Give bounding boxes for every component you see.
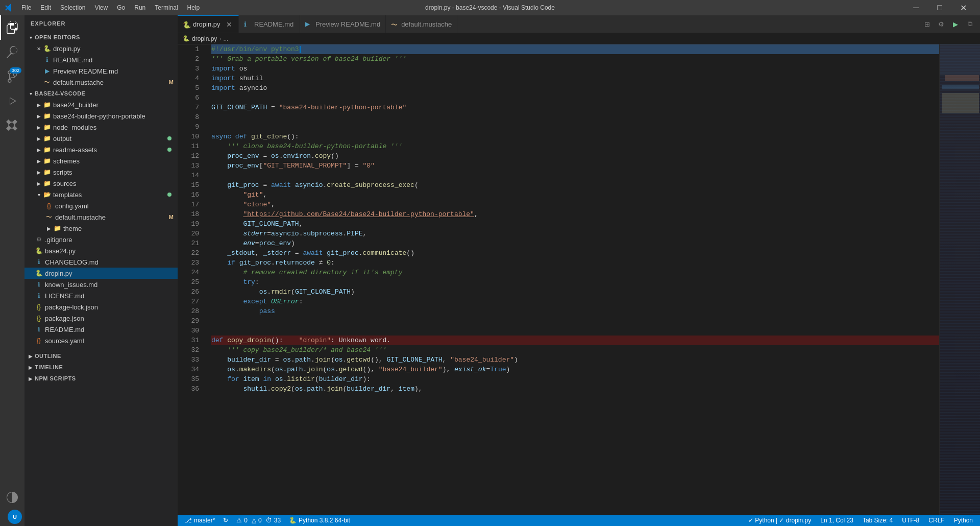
menu-run[interactable]: Run <box>130 3 150 12</box>
menu-go[interactable]: Go <box>113 3 129 12</box>
code-line-32: ''' copy base24_builder/* and base24 ''' <box>211 345 939 355</box>
git-branch-status[interactable]: ⎇ master* <box>183 517 217 524</box>
line-col-status[interactable]: Ln 1, Col 23 <box>818 517 855 524</box>
mustache2-badge: M <box>169 214 174 220</box>
open-editor-dropin[interactable]: ✕ 🐍 dropin.py <box>24 43 178 54</box>
file-readme-label: README.md <box>45 326 178 333</box>
folder-output[interactable]: ▶ 📁 output <box>24 133 178 144</box>
activity-avatar[interactable]: U <box>8 510 22 524</box>
file-base24-label: base24.py <box>45 247 178 255</box>
section-open-editors[interactable]: ▾ OPEN EDITORS <box>24 32 178 43</box>
settings-button[interactable]: ⚙ <box>935 18 947 30</box>
file-sources-label: sources.yaml <box>45 337 178 345</box>
encoding-status[interactable]: UTF-8 <box>900 517 921 524</box>
activity-search[interactable] <box>0 40 24 64</box>
errors-status[interactable]: ⚠ 0 △ 0 ⏱ 33 <box>234 517 283 524</box>
python-icon3: 🐍 <box>35 269 43 277</box>
warning-icon: △ <box>252 517 256 524</box>
eol-status[interactable]: CRLF <box>926 517 946 524</box>
tab-readme[interactable]: ℹ README.md <box>239 15 300 33</box>
folder-scripts[interactable]: ▶ 📁 scripts <box>24 166 178 178</box>
activity-extensions[interactable] <box>0 113 24 138</box>
menu-view[interactable]: View <box>90 3 112 12</box>
menu-terminal[interactable]: Terminal <box>151 3 182 12</box>
titlebar-menu[interactable]: File Edit Selection View Go Run Terminal… <box>17 3 204 12</box>
close-button[interactable]: ✕ <box>951 0 975 15</box>
activity-run-debug[interactable] <box>0 89 24 113</box>
code-editor[interactable]: 12345 678910 1112131415 1617181920 21222… <box>178 44 939 515</box>
open-editor-mustache[interactable]: ✕ 〜 default.mustache M <box>24 77 178 88</box>
timeline-arrow: ▶ <box>27 363 35 371</box>
activity-remote-explorer[interactable] <box>0 485 24 510</box>
file-config-yaml[interactable]: {} config.yaml <box>24 200 178 211</box>
source-control-badge: 302 <box>10 67 21 74</box>
split-right-button[interactable]: ⧉ <box>964 18 976 30</box>
file-known-issues[interactable]: ℹ known_issues.md <box>24 279 178 290</box>
maximize-button[interactable]: □ <box>928 0 951 15</box>
folder-icon8: 📁 <box>43 179 51 187</box>
tab-dropin-py[interactable]: 🐍 dropin.py ✕ <box>178 15 239 33</box>
tab-mustache[interactable]: 〜 default.mustache <box>386 15 457 33</box>
menu-file[interactable]: File <box>17 3 35 12</box>
activity-explorer[interactable] <box>0 15 24 40</box>
tab-size-status[interactable]: Tab Size: 4 <box>861 517 895 524</box>
folder-node-modules[interactable]: ▶ 📁 node_modules <box>24 122 178 133</box>
git-branch-label: master* <box>194 517 215 524</box>
code-line-11: ''' clone base24-builder-python-portable… <box>211 141 939 151</box>
code-line-17: "clone", <box>211 200 939 209</box>
sidebar-content: ▾ OPEN EDITORS ✕ 🐍 dropin.py ✕ ℹ README.… <box>24 32 178 526</box>
folder-templates[interactable]: ▾ 📂 templates <box>24 189 178 200</box>
file-package-json[interactable]: {} package.json <box>24 313 178 324</box>
json-icon: {} <box>35 303 43 311</box>
menu-help[interactable]: Help <box>183 3 204 12</box>
file-package-lock[interactable]: {} package-lock.json <box>24 301 178 313</box>
code-line-12: proc_env = os.environ.copy() <box>211 151 939 161</box>
tab-close-dropin[interactable]: ✕ <box>225 20 233 29</box>
activity-source-control[interactable]: 302 <box>0 64 24 89</box>
split-left-button[interactable]: ⊞ <box>921 18 933 30</box>
section-timeline[interactable]: ▶ TIMELINE <box>24 362 178 373</box>
file-mustache-label: default.mustache <box>55 213 169 221</box>
status-right: ✓ Python | ✓ dropin.py Ln 1, Col 23 Tab … <box>746 517 975 524</box>
open-editor-mustache-label: default.mustache <box>53 79 169 86</box>
folder-sources[interactable]: ▶ 📁 sources <box>24 178 178 189</box>
file-dropin-py[interactable]: 🐍 dropin.py <box>24 268 178 279</box>
code-line-16: "git", <box>211 190 939 200</box>
run-button[interactable]: ▶ <box>949 18 962 30</box>
file-sources-yaml[interactable]: {} sources.yaml <box>24 335 178 346</box>
file-base24-py[interactable]: 🐍 base24.py <box>24 245 178 256</box>
section-npm-scripts[interactable]: ▶ NPM SCRIPTS <box>24 373 178 384</box>
language-status[interactable]: Python <box>952 517 975 524</box>
open-editor-readme[interactable]: ✕ ℹ README.md <box>24 54 178 65</box>
menu-selection[interactable]: Selection <box>56 3 89 12</box>
folder-base24-portable[interactable]: ▶ 📁 base24-builder-python-portable <box>24 110 178 122</box>
code-line-34: os.makedirs(os.path.join(os.getcwd(), "b… <box>211 365 939 374</box>
file-default-mustache[interactable]: 〜 default.mustache M <box>24 211 178 223</box>
file-readme[interactable]: ℹ README.md <box>24 324 178 335</box>
folder-theme-icon: 📁 <box>53 224 61 232</box>
code-content[interactable]: #!/usr/bin/env python3 ''' Grab a portab… <box>203 44 939 515</box>
section-outline[interactable]: ▶ OUTLINE <box>24 350 178 362</box>
menu-edit[interactable]: Edit <box>36 3 55 12</box>
gitignore-icon: ⚙ <box>35 235 43 244</box>
lint-status[interactable]: ✓ Python | ✓ dropin.py <box>746 517 813 524</box>
window-controls[interactable]: ─ □ ✕ <box>904 0 975 15</box>
folder-readme-assets[interactable]: ▶ 📁 readme-assets <box>24 144 178 155</box>
sync-status[interactable]: ↻ <box>221 517 230 524</box>
window-title: dropin.py - base24-vscode - Visual Studi… <box>425 4 555 11</box>
folder-theme[interactable]: ▶ 📁 theme <box>24 223 178 234</box>
file-license[interactable]: ℹ LICENSE.md <box>24 290 178 301</box>
breadcrumb: 🐍 dropin.py › ... <box>178 33 980 44</box>
folder-schemes[interactable]: ▶ 📁 schemes <box>24 155 178 166</box>
file-gitignore[interactable]: ⚙ .gitignore <box>24 234 178 245</box>
open-editor-preview[interactable]: ✕ ▶ Preview README.md <box>24 65 178 77</box>
file-changelog[interactable]: ℹ CHANGELOG.md <box>24 256 178 268</box>
section-project[interactable]: ▾ BASE24-VSCODE <box>24 88 178 99</box>
python-version-status[interactable]: 🐍 Python 3.8.2 64-bit <box>287 517 352 524</box>
editor-with-minimap: 12345 678910 1112131415 1617181920 21222… <box>178 44 980 515</box>
close-icon-sm[interactable]: ✕ <box>35 44 43 53</box>
tab-preview[interactable]: ▶ Preview README.md <box>300 15 386 33</box>
folder-base24-builder[interactable]: ▶ 📁 base24_builder <box>24 99 178 110</box>
minimize-button[interactable]: ─ <box>904 0 928 15</box>
tab-md-icon: ℹ <box>244 20 251 28</box>
